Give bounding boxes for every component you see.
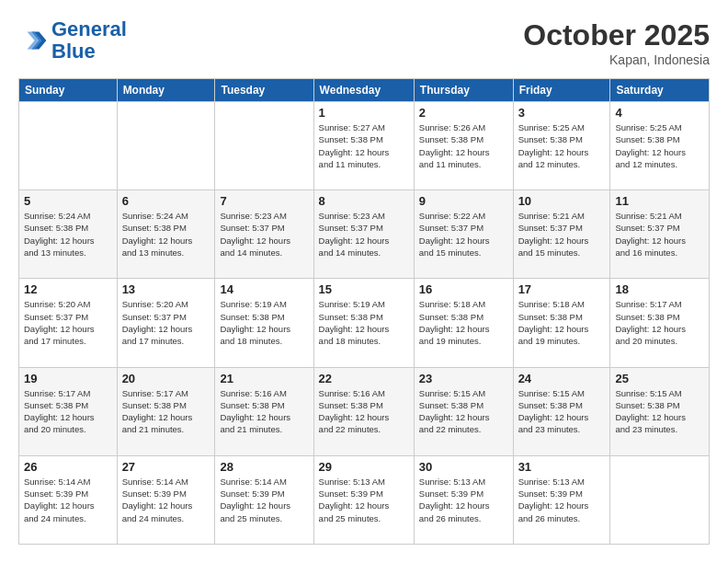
col-header-saturday: Saturday <box>610 79 710 102</box>
day-cell: 22Sunrise: 5:16 AM Sunset: 5:38 PM Dayli… <box>313 367 414 455</box>
day-cell: 24Sunrise: 5:15 AM Sunset: 5:38 PM Dayli… <box>513 367 610 455</box>
title-block: October 2025 Kapan, Indonesia <box>523 18 710 67</box>
day-info: Sunrise: 5:18 AM Sunset: 5:38 PM Dayligh… <box>518 298 606 347</box>
day-cell: 8Sunrise: 5:23 AM Sunset: 5:37 PM Daylig… <box>313 190 414 279</box>
day-cell: 31Sunrise: 5:13 AM Sunset: 5:39 PM Dayli… <box>513 455 610 544</box>
logo-text: General Blue <box>51 18 127 63</box>
day-info: Sunrise: 5:20 AM Sunset: 5:37 PM Dayligh… <box>122 298 210 347</box>
day-info: Sunrise: 5:27 AM Sunset: 5:38 PM Dayligh… <box>319 121 409 170</box>
day-number: 3 <box>518 106 606 120</box>
week-row-5: 26Sunrise: 5:14 AM Sunset: 5:39 PM Dayli… <box>19 455 710 544</box>
day-number: 30 <box>419 460 508 474</box>
day-info: Sunrise: 5:14 AM Sunset: 5:39 PM Dayligh… <box>220 476 308 524</box>
day-number: 14 <box>220 282 308 296</box>
day-cell: 20Sunrise: 5:17 AM Sunset: 5:38 PM Dayli… <box>117 367 215 455</box>
week-row-2: 5Sunrise: 5:24 AM Sunset: 5:38 PM Daylig… <box>19 190 710 279</box>
day-info: Sunrise: 5:16 AM Sunset: 5:38 PM Dayligh… <box>319 387 409 436</box>
day-info: Sunrise: 5:17 AM Sunset: 5:38 PM Dayligh… <box>615 298 704 347</box>
col-header-tuesday: Tuesday <box>215 79 313 102</box>
day-info: Sunrise: 5:13 AM Sunset: 5:39 PM Dayligh… <box>518 476 606 524</box>
day-info: Sunrise: 5:17 AM Sunset: 5:38 PM Dayligh… <box>24 387 112 436</box>
day-info: Sunrise: 5:15 AM Sunset: 5:38 PM Dayligh… <box>518 387 606 436</box>
day-cell: 6Sunrise: 5:24 AM Sunset: 5:38 PM Daylig… <box>117 190 215 279</box>
day-info: Sunrise: 5:14 AM Sunset: 5:39 PM Dayligh… <box>24 476 112 524</box>
col-header-sunday: Sunday <box>19 79 118 102</box>
day-cell: 30Sunrise: 5:13 AM Sunset: 5:39 PM Dayli… <box>414 455 513 544</box>
day-cell: 12Sunrise: 5:20 AM Sunset: 5:37 PM Dayli… <box>19 279 118 367</box>
day-cell: 16Sunrise: 5:18 AM Sunset: 5:38 PM Dayli… <box>414 279 513 367</box>
day-number: 4 <box>615 106 704 120</box>
day-number: 7 <box>220 194 308 208</box>
header: General Blue October 2025 Kapan, Indones… <box>18 18 710 67</box>
day-number: 28 <box>220 460 308 474</box>
day-info: Sunrise: 5:14 AM Sunset: 5:39 PM Dayligh… <box>122 476 210 524</box>
logo: General Blue <box>18 18 127 63</box>
day-cell: 2Sunrise: 5:26 AM Sunset: 5:38 PM Daylig… <box>414 102 513 190</box>
day-cell: 1Sunrise: 5:27 AM Sunset: 5:38 PM Daylig… <box>313 102 414 190</box>
day-number: 17 <box>518 282 606 296</box>
day-info: Sunrise: 5:13 AM Sunset: 5:39 PM Dayligh… <box>319 476 409 524</box>
day-info: Sunrise: 5:17 AM Sunset: 5:38 PM Dayligh… <box>122 387 210 436</box>
logo-general: General <box>51 17 127 40</box>
day-cell: 19Sunrise: 5:17 AM Sunset: 5:38 PM Dayli… <box>19 367 118 455</box>
day-number: 11 <box>615 194 704 208</box>
day-number: 2 <box>419 106 508 120</box>
day-number: 23 <box>419 372 508 385</box>
day-cell: 5Sunrise: 5:24 AM Sunset: 5:38 PM Daylig… <box>19 190 118 279</box>
day-info: Sunrise: 5:23 AM Sunset: 5:37 PM Dayligh… <box>319 210 409 259</box>
day-cell <box>610 455 710 544</box>
day-cell <box>117 102 215 190</box>
day-number: 6 <box>122 194 210 208</box>
day-number: 12 <box>24 282 112 296</box>
day-info: Sunrise: 5:26 AM Sunset: 5:38 PM Dayligh… <box>419 121 508 170</box>
day-cell: 11Sunrise: 5:21 AM Sunset: 5:37 PM Dayli… <box>610 190 710 279</box>
week-row-1: 1Sunrise: 5:27 AM Sunset: 5:38 PM Daylig… <box>19 102 710 190</box>
day-number: 31 <box>518 460 606 474</box>
col-header-friday: Friday <box>513 79 610 102</box>
day-cell: 17Sunrise: 5:18 AM Sunset: 5:38 PM Dayli… <box>513 279 610 367</box>
day-info: Sunrise: 5:19 AM Sunset: 5:38 PM Dayligh… <box>319 298 409 347</box>
day-cell: 27Sunrise: 5:14 AM Sunset: 5:39 PM Dayli… <box>117 455 215 544</box>
location: Kapan, Indonesia <box>523 52 710 67</box>
day-cell: 26Sunrise: 5:14 AM Sunset: 5:39 PM Dayli… <box>19 455 118 544</box>
day-info: Sunrise: 5:25 AM Sunset: 5:38 PM Dayligh… <box>518 121 606 170</box>
page: General Blue October 2025 Kapan, Indones… <box>0 0 728 563</box>
day-number: 27 <box>122 460 210 474</box>
day-number: 24 <box>518 372 606 385</box>
day-number: 8 <box>319 194 409 208</box>
day-cell: 10Sunrise: 5:21 AM Sunset: 5:37 PM Dayli… <box>513 190 610 279</box>
day-number: 25 <box>615 372 704 385</box>
day-info: Sunrise: 5:22 AM Sunset: 5:37 PM Dayligh… <box>419 210 508 259</box>
day-info: Sunrise: 5:18 AM Sunset: 5:38 PM Dayligh… <box>419 298 508 347</box>
day-number: 1 <box>319 106 409 120</box>
day-info: Sunrise: 5:24 AM Sunset: 5:38 PM Dayligh… <box>122 210 210 259</box>
calendar: SundayMondayTuesdayWednesdayThursdayFrid… <box>18 78 710 545</box>
day-cell: 29Sunrise: 5:13 AM Sunset: 5:39 PM Dayli… <box>313 455 414 544</box>
day-info: Sunrise: 5:24 AM Sunset: 5:38 PM Dayligh… <box>24 210 112 259</box>
day-info: Sunrise: 5:20 AM Sunset: 5:37 PM Dayligh… <box>24 298 112 347</box>
day-number: 21 <box>220 372 308 385</box>
week-row-3: 12Sunrise: 5:20 AM Sunset: 5:37 PM Dayli… <box>19 279 710 367</box>
week-row-4: 19Sunrise: 5:17 AM Sunset: 5:38 PM Dayli… <box>19 367 710 455</box>
day-cell: 9Sunrise: 5:22 AM Sunset: 5:37 PM Daylig… <box>414 190 513 279</box>
day-number: 15 <box>319 282 409 296</box>
col-header-wednesday: Wednesday <box>313 79 414 102</box>
month-title: October 2025 <box>523 18 710 52</box>
day-cell: 3Sunrise: 5:25 AM Sunset: 5:38 PM Daylig… <box>513 102 610 190</box>
day-cell: 21Sunrise: 5:16 AM Sunset: 5:38 PM Dayli… <box>215 367 313 455</box>
day-cell: 28Sunrise: 5:14 AM Sunset: 5:39 PM Dayli… <box>215 455 313 544</box>
day-cell: 7Sunrise: 5:23 AM Sunset: 5:37 PM Daylig… <box>215 190 313 279</box>
day-cell <box>215 102 313 190</box>
day-info: Sunrise: 5:25 AM Sunset: 5:38 PM Dayligh… <box>615 121 704 170</box>
day-number: 9 <box>419 194 508 208</box>
day-number: 29 <box>319 460 409 474</box>
day-info: Sunrise: 5:13 AM Sunset: 5:39 PM Dayligh… <box>419 476 508 524</box>
day-info: Sunrise: 5:16 AM Sunset: 5:38 PM Dayligh… <box>220 387 308 436</box>
col-header-monday: Monday <box>117 79 215 102</box>
day-info: Sunrise: 5:21 AM Sunset: 5:37 PM Dayligh… <box>518 210 606 259</box>
col-header-thursday: Thursday <box>414 79 513 102</box>
day-info: Sunrise: 5:19 AM Sunset: 5:38 PM Dayligh… <box>220 298 308 347</box>
day-cell: 4Sunrise: 5:25 AM Sunset: 5:38 PM Daylig… <box>610 102 710 190</box>
day-cell: 13Sunrise: 5:20 AM Sunset: 5:37 PM Dayli… <box>117 279 215 367</box>
day-cell: 15Sunrise: 5:19 AM Sunset: 5:38 PM Dayli… <box>313 279 414 367</box>
